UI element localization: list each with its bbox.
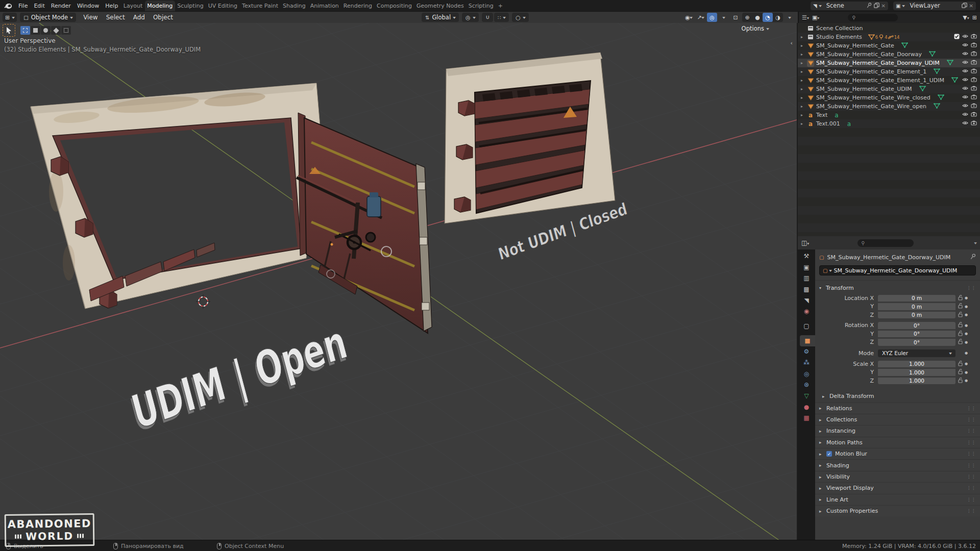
scale-value-field[interactable]: 1.000 xyxy=(878,361,955,368)
expand-arrow-icon[interactable]: ▸ xyxy=(801,78,807,83)
panel-drag-dots[interactable]: ⋮⋮ xyxy=(967,452,976,456)
motion-blur-checkbox[interactable]: ✓ xyxy=(826,451,832,457)
tab-scene[interactable]: ◥ xyxy=(800,295,813,306)
panel-drag-dots[interactable]: ⋮⋮ xyxy=(967,463,976,468)
rotation-value-field[interactable]: 0° xyxy=(878,339,955,346)
outliner-row-object[interactable]: ▸aText.001a xyxy=(798,119,980,128)
lock-icon[interactable] xyxy=(955,369,965,375)
viewport-menu-object[interactable]: Object xyxy=(149,14,177,21)
camera-visibility-icon[interactable] xyxy=(971,103,977,110)
panel-drag-dots[interactable]: ⋮⋮ xyxy=(967,440,976,445)
collection-checkbox[interactable] xyxy=(954,34,960,41)
tab-rendering[interactable]: Rendering xyxy=(341,1,374,11)
location-value-field[interactable]: 0 m xyxy=(878,295,955,302)
camera-visibility-icon[interactable] xyxy=(971,34,977,40)
animate-dot[interactable]: ● xyxy=(965,379,971,383)
hide-icon[interactable] xyxy=(962,68,968,75)
tab-constraints[interactable]: ⊛ xyxy=(800,380,813,391)
menu-edit[interactable]: Edit xyxy=(31,3,47,9)
viewport-menu-view[interactable]: View xyxy=(79,14,102,21)
tab-sculpting[interactable]: Sculpting xyxy=(175,1,206,11)
animate-dot[interactable]: ● xyxy=(965,370,971,374)
outliner-row-scene-collection[interactable]: Scene Collection xyxy=(798,24,980,33)
outliner-row-object[interactable]: ▸SM_Subway_Hermetic_Gate_Element_1_UDIM xyxy=(798,76,980,85)
select-mode-box[interactable] xyxy=(31,26,40,35)
properties-editor-icon[interactable]: ◫▾ xyxy=(801,239,809,246)
hide-icon[interactable] xyxy=(962,103,968,110)
expand-arrow-icon[interactable]: ▸ xyxy=(801,121,807,126)
select-mode-extra[interactable] xyxy=(61,26,71,35)
select-mode-circle[interactable] xyxy=(41,26,51,35)
viewport-3d[interactable]: UDIM | OpenUDIM | OpenNot UDIM | Closed … xyxy=(0,23,797,540)
section-line-art[interactable]: ▸Line Art⋮⋮ xyxy=(815,494,980,505)
select-mode-buttons[interactable] xyxy=(20,26,71,35)
lock-icon[interactable] xyxy=(955,295,965,302)
tab-output[interactable]: ▥ xyxy=(800,272,813,284)
scene-selector[interactable]: ◥▾ Scene ✕ xyxy=(811,2,888,10)
tab-tool[interactable]: ⚒ xyxy=(800,251,813,262)
editor-type-button[interactable]: ⊞▾ xyxy=(3,13,17,22)
outliner-row-object[interactable]: ▸SM_Subway_Hermetic_Gate_Element_1 xyxy=(798,67,980,76)
scale-value-field[interactable]: 1.000 xyxy=(878,369,955,376)
pivot-point-dropdown[interactable]: ◎▾ xyxy=(462,13,479,22)
outliner-row-object[interactable]: ▸SM_Subway_Hermetic_Gate_Doorway_UDIM xyxy=(798,59,980,67)
section-instancing[interactable]: ▸Instancing⋮⋮ xyxy=(815,425,980,436)
tab-render[interactable]: ▣ xyxy=(800,262,813,273)
camera-visibility-icon[interactable] xyxy=(971,86,977,92)
shading-solid-button[interactable]: ● xyxy=(752,13,763,22)
tab-particles[interactable]: ⁂ xyxy=(800,357,813,368)
section-viewport-display[interactable]: ▸Viewport Display⋮⋮ xyxy=(815,482,980,493)
tab-texture[interactable]: ▦ xyxy=(800,413,813,424)
scale-value-field[interactable]: 1.000 xyxy=(878,378,955,385)
tab--[interactable]: + xyxy=(496,1,505,11)
outliner-filter-icon[interactable]: ▣▾ xyxy=(812,14,819,21)
outliner-row-object[interactable]: ▸SM_Subway_Hermetic_Gate_Wire_open xyxy=(798,102,980,111)
viewlayer-selector[interactable]: ▣▾ ViewLayer ✕ xyxy=(893,2,976,10)
expand-arrow-icon[interactable]: ▸ xyxy=(801,35,807,39)
tab-object[interactable]: ■ xyxy=(800,335,815,346)
hide-icon[interactable] xyxy=(962,94,968,101)
hide-icon[interactable] xyxy=(962,86,968,92)
tab-shading[interactable]: Shading xyxy=(281,1,308,11)
transform-orientation-dropdown[interactable]: ⇅ Global ▾ xyxy=(422,13,459,22)
outliner-display-mode-icon[interactable]: ☰▾ xyxy=(802,14,809,21)
hide-icon[interactable] xyxy=(962,120,968,127)
lock-icon[interactable] xyxy=(955,312,965,318)
location-value-field[interactable]: 0 m xyxy=(878,312,955,319)
panel-drag-dots[interactable]: ⋮⋮ xyxy=(967,406,976,411)
tab-material[interactable]: ● xyxy=(800,402,813,413)
panel-drag-dots[interactable]: ⋮⋮ xyxy=(967,429,976,433)
tab-world[interactable]: ◉ xyxy=(800,306,813,317)
outliner-row-object[interactable]: ▸SM_Subway_Hermetic_Gate_Doorway xyxy=(798,50,980,59)
hide-icon[interactable] xyxy=(962,60,968,66)
snap-target-dropdown[interactable]: ∷▾ xyxy=(494,13,509,22)
copy-viewlayer-icon[interactable] xyxy=(962,3,967,9)
lock-icon[interactable] xyxy=(955,322,965,329)
pin-properties-icon[interactable] xyxy=(970,254,976,261)
animate-dot[interactable]: ● xyxy=(965,305,971,309)
xray-toggle[interactable]: ⊡ xyxy=(730,13,741,22)
camera-visibility-icon[interactable] xyxy=(971,120,977,127)
mode-dropdown[interactable]: □ Object Mode ▾ xyxy=(20,13,76,22)
animate-dot[interactable]: ● xyxy=(965,332,971,336)
panel-drag-dots[interactable]: ⋮⋮ xyxy=(967,497,976,502)
outliner-row-object[interactable]: ▸SM_Subway_Hermetic_Gate xyxy=(798,41,980,50)
animate-dot[interactable]: ● xyxy=(965,340,971,344)
camera-visibility-icon[interactable] xyxy=(971,51,977,58)
lock-icon[interactable] xyxy=(955,378,965,384)
outliner-row-studio-elements[interactable]: ▸Studio Elements6414 xyxy=(798,33,980,41)
animate-dot[interactable]: ● xyxy=(965,296,971,300)
section-collections[interactable]: ▸Collections⋮⋮ xyxy=(815,414,980,425)
hide-icon[interactable] xyxy=(962,42,968,49)
expand-arrow-icon[interactable]: ▸ xyxy=(801,52,807,57)
panel-drag-dots[interactable]: ⋮⋮ xyxy=(967,474,976,479)
animate-dot[interactable]: ● xyxy=(965,323,971,328)
close-scene-icon[interactable]: ✕ xyxy=(881,3,886,9)
section-relations[interactable]: ▸Relations⋮⋮ xyxy=(815,403,980,414)
rotation-value-field[interactable]: 0° xyxy=(878,331,955,338)
panel-drag-dots[interactable]: ⋮⋮ xyxy=(967,286,976,290)
section-motion-paths[interactable]: ▸Motion Paths⋮⋮ xyxy=(815,437,980,448)
panel-drag-dots[interactable]: ⋮⋮ xyxy=(967,417,976,422)
gizmo-dropdown[interactable]: ↗▾ xyxy=(695,13,705,22)
tab-scripting[interactable]: Scripting xyxy=(466,1,496,11)
